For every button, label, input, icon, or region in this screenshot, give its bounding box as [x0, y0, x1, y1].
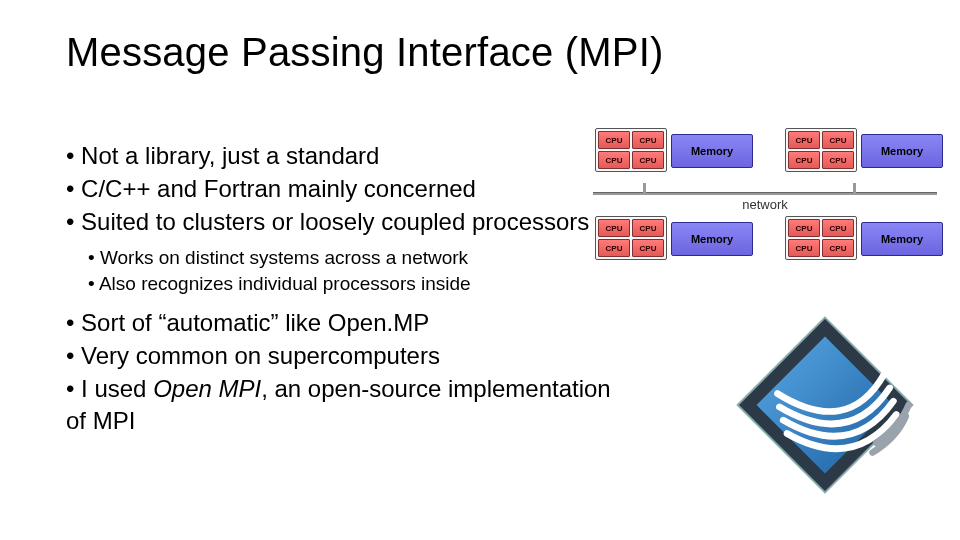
cpu-chip: CPU	[632, 151, 664, 169]
bullet-list: Sort of “automatic” like Open.MP Very co…	[66, 307, 626, 436]
compute-node: CPU CPU CPU CPU Memory	[785, 128, 945, 174]
bullet-item: Very common on supercomputers	[66, 340, 626, 371]
cpu-chip: CPU	[598, 219, 630, 237]
cpu-chip: CPU	[822, 151, 854, 169]
cpu-chip: CPU	[822, 131, 854, 149]
cpu-chip: CPU	[788, 219, 820, 237]
bullet-item: Not a library, just a standard	[66, 140, 626, 171]
cpu-chip: CPU	[632, 131, 664, 149]
compute-node: CPU CPU CPU CPU Memory	[595, 128, 755, 174]
bullet-list: Not a library, just a standard C/C++ and…	[66, 140, 626, 238]
bullet-item: C/C++ and Fortran mainly concerned	[66, 173, 626, 204]
memory-block: Memory	[671, 134, 753, 168]
cpu-chip: CPU	[598, 151, 630, 169]
cpu-block: CPU CPU CPU CPU	[595, 128, 667, 172]
bullet-item: I used Open MPI, an open-source implemen…	[66, 373, 626, 435]
compute-node: CPU CPU CPU CPU Memory	[785, 216, 945, 262]
slide: Message Passing Interface (MPI) Not a li…	[0, 0, 960, 540]
cpu-chip: CPU	[788, 151, 820, 169]
slide-title: Message Passing Interface (MPI)	[66, 30, 664, 75]
bus-tick	[853, 183, 856, 195]
cpu-chip: CPU	[632, 219, 664, 237]
cpu-block: CPU CPU CPU CPU	[785, 216, 857, 260]
text: I used	[81, 375, 153, 402]
compute-node: CPU CPU CPU CPU Memory	[595, 216, 755, 262]
bus-tick	[643, 183, 646, 195]
bullet-item: Suited to clusters or loosely coupled pr…	[66, 206, 626, 237]
openmpi-logo	[730, 310, 920, 500]
emphasis: Open MPI	[153, 375, 261, 402]
cpu-chip: CPU	[822, 219, 854, 237]
sub-bullet-item: Works on distinct systems across a netwo…	[88, 246, 626, 271]
bullet-item: Sort of “automatic” like Open.MP	[66, 307, 626, 338]
slide-body: Not a library, just a standard C/C++ and…	[66, 140, 626, 438]
cpu-chip: CPU	[822, 239, 854, 257]
cpu-block: CPU CPU CPU CPU	[785, 128, 857, 172]
network-label: network	[585, 197, 945, 212]
cpu-chip: CPU	[598, 131, 630, 149]
memory-block: Memory	[671, 222, 753, 256]
cpu-block: CPU CPU CPU CPU	[595, 216, 667, 260]
cpu-chip: CPU	[632, 239, 664, 257]
network-diagram: network CPU CPU CPU CPU Memory CPU CPU C…	[585, 120, 945, 270]
memory-block: Memory	[861, 222, 943, 256]
cpu-chip: CPU	[788, 131, 820, 149]
cpu-chip: CPU	[788, 239, 820, 257]
sub-bullet-list: Works on distinct systems across a netwo…	[88, 246, 626, 297]
memory-block: Memory	[861, 134, 943, 168]
cpu-chip: CPU	[598, 239, 630, 257]
sub-bullet-item: Also recognizes individual processors in…	[88, 272, 626, 297]
